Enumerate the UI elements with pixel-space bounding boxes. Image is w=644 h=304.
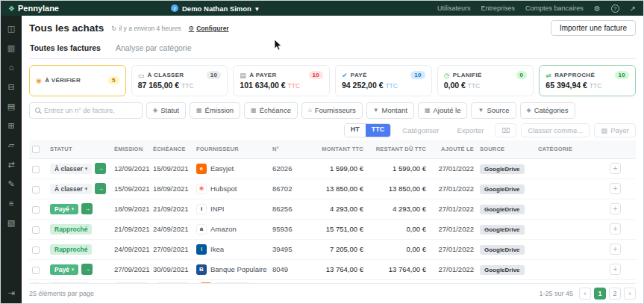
filter-fournisseurs-button[interactable]: ⌂Fournisseurs: [301, 102, 363, 119]
sidebar-transfers-icon[interactable]: ⇄: [4, 158, 18, 170]
card-a-classer[interactable]: ▭À CLASSER10 87 165,00 € TTC: [131, 65, 228, 96]
source-badge[interactable]: GoogleDrive: [480, 184, 525, 194]
row-checkbox[interactable]: [32, 226, 40, 234]
card-rapproche[interactable]: ⇌RAPPROCHÉ10 65 394,94 € TTC: [539, 65, 636, 96]
external-link-icon[interactable]: ↗: [630, 4, 636, 13]
cell-fournisseur: INPI: [210, 204, 224, 212]
table-row[interactable]: Rapproché▾→ 21/09/2021 24/09/2021 aAmazo…: [29, 219, 636, 239]
card-a-verifier[interactable]: ◉À VÉRIFIER5: [29, 65, 126, 96]
tab-analyse-par-categorie[interactable]: Analyse par catégorie: [115, 40, 193, 58]
configure-link[interactable]: ⚙ Configurer: [189, 25, 229, 32]
add-category-button[interactable]: +: [610, 203, 621, 214]
payer-button[interactable]: ▤Payer: [594, 123, 636, 137]
sidebar-folder-icon[interactable]: ▱: [4, 139, 18, 151]
source-badge[interactable]: GoogleDrive: [480, 225, 525, 235]
per-page-label[interactable]: 25 éléments par page: [29, 290, 94, 297]
sidebar-bank-icon[interactable]: ⌂: [4, 61, 18, 73]
vendor-logo-icon: I: [196, 244, 207, 255]
status-pill[interactable]: Rapproché▾: [50, 224, 92, 235]
add-category-button[interactable]: +: [610, 183, 621, 194]
page-1-button[interactable]: 1: [594, 288, 606, 300]
table-row[interactable]: Payé▾→ 18/09/2021 21/09/2021 iINPI 86256…: [29, 199, 636, 219]
classer-comme-button[interactable]: Classer comme...: [521, 123, 590, 137]
card-paye[interactable]: ✔PAYÉ10 94 252,00 € TTC: [335, 65, 432, 96]
select-all-checkbox[interactable]: [32, 146, 40, 153]
sidebar-sales-icon[interactable]: ⊟: [4, 81, 18, 93]
vendor-logo-icon: i: [196, 204, 207, 214]
company-switcher[interactable]: i Demo Nathan Simon ▾: [171, 4, 259, 13]
filter-montant-button[interactable]: ▼Montant: [366, 102, 414, 119]
col-numero: N°: [269, 140, 311, 158]
source-badge[interactable]: GoogleDrive: [480, 265, 525, 275]
sidebar-overview-icon[interactable]: ◫: [4, 22, 18, 34]
source-badge[interactable]: GoogleDrive: [480, 245, 525, 255]
row-checkbox[interactable]: [32, 186, 40, 193]
tab-toutes-les-factures[interactable]: Toutes les factures: [29, 40, 101, 58]
sidebar-receipt-icon[interactable]: ≡: [4, 197, 18, 209]
eye-icon: ◉: [36, 77, 42, 84]
company-name: Demo Nathan Simon: [182, 4, 251, 13]
next-page-button[interactable]: ›: [624, 288, 636, 300]
toggle-ht[interactable]: HT: [345, 124, 366, 137]
nav-entreprises[interactable]: Entreprises: [481, 4, 516, 12]
vendor-logo-icon: ✱: [196, 184, 207, 194]
filter-ajoute-le-button[interactable]: ▦Ajouté le: [418, 102, 468, 119]
sidebar-expand-icon[interactable]: ⇥: [4, 287, 18, 299]
status-pill[interactable]: Payé▾: [50, 264, 78, 275]
import-invoice-button[interactable]: Importer une facture: [551, 20, 636, 36]
sidebar-chart-icon[interactable]: ▥: [4, 42, 18, 54]
categoriser-button[interactable]: Catégoriser: [396, 123, 446, 137]
add-category-button[interactable]: +: [610, 223, 621, 235]
card-a-payer[interactable]: ▤À PAYER10 101 634,00 € TTC: [233, 65, 330, 96]
prev-page-button[interactable]: ‹: [579, 288, 591, 300]
exporter-button[interactable]: Exporter: [450, 123, 490, 137]
add-category-button[interactable]: +: [610, 264, 621, 275]
col-ajoute-le: AJOUTÉ LE: [429, 140, 477, 158]
cell-montant: 15 751,00 €: [311, 219, 366, 239]
search-box[interactable]: [29, 102, 143, 119]
source-badge[interactable]: GoogleDrive: [480, 164, 525, 174]
filter-source-button[interactable]: ▼Source: [471, 102, 516, 119]
table-row[interactable]: À classer▾→ 12/09/2021 15/09/2021 eEasyj…: [29, 158, 636, 179]
filter-categories-button[interactable]: ◈Catégories: [520, 102, 575, 119]
quick-classify-button[interactable]: →: [95, 183, 106, 194]
add-category-button[interactable]: +: [610, 243, 621, 255]
status-pill[interactable]: À classer▾: [50, 164, 92, 174]
quick-classify-button[interactable]: →: [95, 163, 106, 174]
row-checkbox[interactable]: [32, 267, 40, 274]
toggle-ttc[interactable]: TTC: [366, 124, 391, 137]
row-checkbox[interactable]: [32, 206, 40, 214]
nav-comptes-bancaires[interactable]: Comptes bancaires: [525, 4, 584, 12]
quick-classify-button[interactable]: →: [81, 203, 93, 214]
sidebar-attachment-icon[interactable]: ✎: [4, 178, 18, 190]
count-badge: 10: [410, 71, 425, 79]
filter-emission-button[interactable]: ▦Émission: [190, 102, 240, 119]
table-row[interactable]: Rapproché▾→ 24/09/2021 27/09/2021 IIkea …: [29, 239, 636, 259]
sidebar-purchases-icon[interactable]: ▤: [4, 100, 18, 112]
cell-emission: 24/09/2021: [111, 239, 150, 259]
table-row[interactable]: Payé▾→ 27/09/2021 30/09/2021 BBanque Pop…: [29, 259, 636, 279]
card-planifie[interactable]: ◷PLANIFIÉ0 0,00 € TTC: [437, 65, 534, 96]
table-row[interactable]: À classer▾→ 15/09/2021 18/09/2021 ✱Hubsp…: [29, 179, 636, 199]
sidebar-grid-icon[interactable]: ⊞: [4, 120, 18, 131]
row-checkbox[interactable]: [32, 166, 40, 173]
status-pill[interactable]: Payé▾: [50, 204, 78, 214]
delete-button[interactable]: ⌧: [495, 123, 516, 137]
quick-classify-button[interactable]: →: [81, 264, 93, 275]
filter-statut-button[interactable]: ◈Statut: [146, 102, 186, 119]
table-footer: 25 éléments par page 1-25 sur 45 ‹ 1 2 ›: [29, 283, 636, 304]
search-icon: [35, 108, 40, 113]
page-2-button[interactable]: 2: [609, 288, 621, 300]
row-checkbox[interactable]: [32, 246, 40, 254]
status-pill[interactable]: À classer▾: [50, 184, 92, 194]
filter-echeance-button[interactable]: ▦Échéance: [244, 102, 298, 119]
status-pill[interactable]: Rapproché▾: [50, 244, 92, 255]
help-icon[interactable]: ?: [611, 4, 619, 13]
sidebar-documents-icon[interactable]: ▧: [4, 217, 18, 229]
add-category-button[interactable]: +: [610, 163, 621, 174]
nav-utilisateurs[interactable]: Utilisateurs: [437, 4, 471, 12]
brand[interactable]: ❖ Pennylane: [8, 4, 59, 13]
gear-icon[interactable]: ⚙: [594, 4, 601, 13]
search-input[interactable]: [44, 107, 137, 114]
source-badge[interactable]: GoogleDrive: [480, 205, 525, 214]
